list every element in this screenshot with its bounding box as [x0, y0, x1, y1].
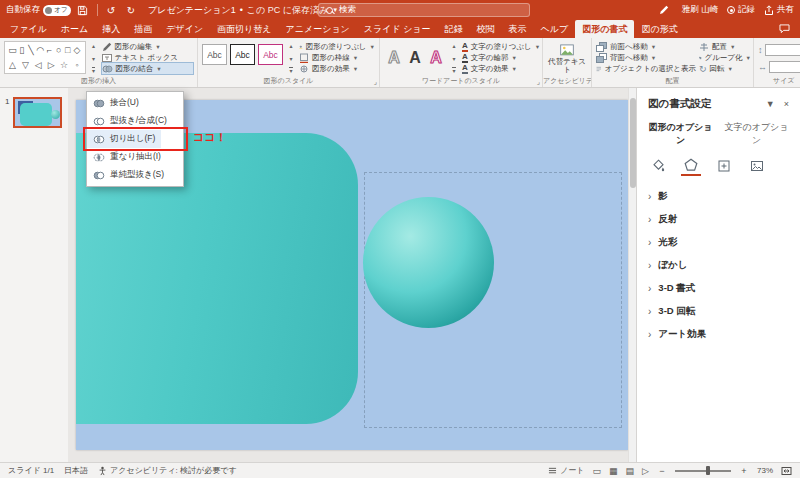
wordart-more-button[interactable]: ▾	[452, 67, 455, 74]
slide-thumbnail[interactable]	[13, 97, 62, 128]
tab-slideshow[interactable]: スライド ショー	[357, 20, 438, 38]
teal-sphere-shape[interactable]	[363, 197, 494, 328]
shape-style-2[interactable]: Abc	[230, 44, 255, 65]
shape-triangle-up-icon[interactable]: △	[8, 59, 17, 71]
align-button[interactable]: 配置 ▼	[699, 42, 751, 53]
reading-view-button[interactable]: ▤	[626, 464, 635, 478]
zoom-in-button[interactable]: +	[739, 466, 749, 476]
shape-effects-button[interactable]: 図形の効果 ▼	[299, 63, 375, 74]
shape-oval-icon[interactable]: ○	[54, 44, 63, 56]
section-shadow[interactable]: › 影	[648, 185, 789, 208]
notes-button[interactable]: ノート	[548, 465, 584, 476]
zoom-slider-knob[interactable]	[706, 466, 710, 475]
wordart-style-3[interactable]: A	[426, 41, 446, 75]
menu-item-union[interactable]: 接合(U)	[87, 94, 145, 112]
shape-triangle-right-icon[interactable]: ▷	[47, 59, 56, 71]
wordart-style-1[interactable]: A	[384, 41, 404, 75]
shape-arc-icon[interactable]: ◠	[36, 44, 45, 56]
comments-button[interactable]	[779, 24, 790, 34]
text-effects-button[interactable]: A 文字の効果 ▼	[462, 63, 538, 74]
style-more-button[interactable]: ▾	[289, 67, 292, 74]
dialog-launcher-icon[interactable]: ⌟	[374, 77, 377, 86]
section-reflection[interactable]: › 反射	[648, 208, 789, 231]
zoom-out-button[interactable]: −	[657, 466, 667, 476]
send-backward-button[interactable]: 背面へ移動 ▼	[596, 53, 696, 64]
wordart-style-2[interactable]: A	[405, 41, 425, 75]
wordart-scroll-down-button[interactable]: ▾	[452, 55, 455, 62]
fit-to-window-button[interactable]	[781, 466, 792, 476]
merge-shapes-button[interactable]: 図形の結合 ▼	[102, 63, 193, 74]
slide-indicator[interactable]: スライド 1/1	[8, 465, 54, 476]
style-scroll-up-button[interactable]: ▴	[289, 42, 292, 49]
menu-item-fragment[interactable]: 切り出し(F)	[87, 130, 161, 148]
shape-style-3[interactable]: Abc	[258, 44, 283, 65]
tab-review[interactable]: 校閲	[470, 20, 502, 38]
height-input[interactable]	[765, 44, 800, 56]
menu-item-combine[interactable]: 型抜き/合成(C)	[87, 112, 173, 130]
text-fill-button[interactable]: A 文字の塗りつぶし ▼	[462, 42, 538, 53]
tab-record[interactable]: 記録	[438, 20, 470, 38]
record-button[interactable]: 記録	[727, 4, 755, 16]
section-3d-rotation[interactable]: › 3-D 回転	[648, 300, 789, 323]
tab-shape-format[interactable]: 図形の書式	[575, 20, 634, 38]
section-glow[interactable]: › 光彩	[648, 231, 789, 254]
tab-view[interactable]: 表示	[502, 20, 534, 38]
shape-star-icon[interactable]: ☆	[60, 59, 69, 71]
shape-dot-icon[interactable]: ◦	[73, 59, 82, 71]
language-indicator[interactable]: 日本語	[64, 465, 88, 476]
shape-square-icon[interactable]: □	[63, 44, 72, 56]
fill-line-options-button[interactable]	[648, 157, 668, 176]
zoom-level[interactable]: 73%	[757, 466, 773, 475]
rotate-button[interactable]: ↻ 回転 ▼	[699, 63, 751, 74]
pane-close-button[interactable]: ×	[784, 99, 789, 109]
user-account-button[interactable]: 雅刷 山崎	[682, 4, 718, 16]
redo-button[interactable]: ↻	[124, 3, 138, 18]
normal-view-button[interactable]: ▭	[593, 464, 602, 478]
document-title[interactable]: プレゼンテーション1 • この PC に保存済み ▼	[148, 4, 338, 17]
accessibility-status[interactable]: アクセシビリティ: 検討が必要です	[98, 465, 237, 476]
shape-triangle-left-icon[interactable]: ◁	[34, 59, 43, 71]
zoom-slider[interactable]	[675, 470, 731, 472]
shape-rectangle-icon[interactable]: ▭	[8, 44, 17, 56]
section-soft-edges[interactable]: › ぼかし	[648, 254, 789, 277]
shape-triangle-down-icon[interactable]: ▽	[21, 59, 30, 71]
shape-bracket-icon[interactable]: ⌐	[45, 44, 54, 56]
size-properties-button[interactable]	[714, 157, 734, 176]
alt-text-button[interactable]: 代替テキスト	[547, 41, 587, 75]
tab-animations[interactable]: アニメーション	[279, 20, 357, 38]
selection-pane-button[interactable]: オブジェクトの選択と表示	[596, 63, 696, 74]
gallery-scroll-up-button[interactable]: ▴	[92, 42, 95, 49]
picture-options-button[interactable]	[747, 157, 767, 176]
dialog-launcher-icon[interactable]: ⌟	[537, 77, 540, 86]
edit-mode-button[interactable]	[659, 3, 673, 18]
menu-item-intersect[interactable]: 重なり抽出(I)	[87, 148, 167, 166]
bring-forward-button[interactable]: 前面へ移動 ▼	[596, 42, 696, 53]
effects-options-button[interactable]	[681, 157, 701, 176]
menu-item-subtract[interactable]: 単純型抜き(S)	[87, 166, 170, 184]
shape-fill-button[interactable]: 図形の塗りつぶし ▼	[299, 42, 375, 53]
canvas-scrollbar[interactable]	[628, 88, 636, 462]
tab-transitions[interactable]: 画面切り替え	[210, 20, 278, 38]
tab-picture-format[interactable]: 図の形式	[634, 20, 684, 38]
search-input[interactable]: 検索	[318, 3, 530, 17]
shape-line-icon[interactable]: ╲	[26, 44, 35, 56]
tab-file[interactable]: ファイル	[3, 20, 54, 38]
section-artistic-effects[interactable]: › アート効果	[648, 323, 789, 346]
pane-tab-shape-options[interactable]: 図形のオプション	[648, 121, 713, 147]
slide-sorter-button[interactable]: ▦	[609, 464, 618, 478]
slideshow-button[interactable]: ▷	[642, 464, 649, 478]
shape-outline-button[interactable]: 図形の枠線 ▼	[299, 53, 375, 64]
tab-draw[interactable]: 描画	[127, 20, 159, 38]
section-3d-format[interactable]: › 3-D 書式	[648, 277, 789, 300]
pane-tab-text-options[interactable]: 文字のオプション	[724, 121, 789, 147]
tab-design[interactable]: デザイン	[159, 20, 210, 38]
shape-diamond-icon[interactable]: ◇	[73, 44, 82, 56]
tab-home[interactable]: ホーム	[54, 20, 95, 38]
width-input[interactable]	[769, 61, 800, 73]
shape-style-1[interactable]: Abc	[202, 44, 227, 65]
autosave-toggle[interactable]: オフ	[43, 5, 71, 16]
edit-shape-button[interactable]: 図形の編集 ▼	[102, 42, 193, 53]
pane-options-button[interactable]: ▼	[766, 99, 775, 109]
share-button[interactable]: 共有	[764, 4, 794, 16]
shape-rounded-rectangle-icon[interactable]: ▯	[17, 44, 26, 56]
